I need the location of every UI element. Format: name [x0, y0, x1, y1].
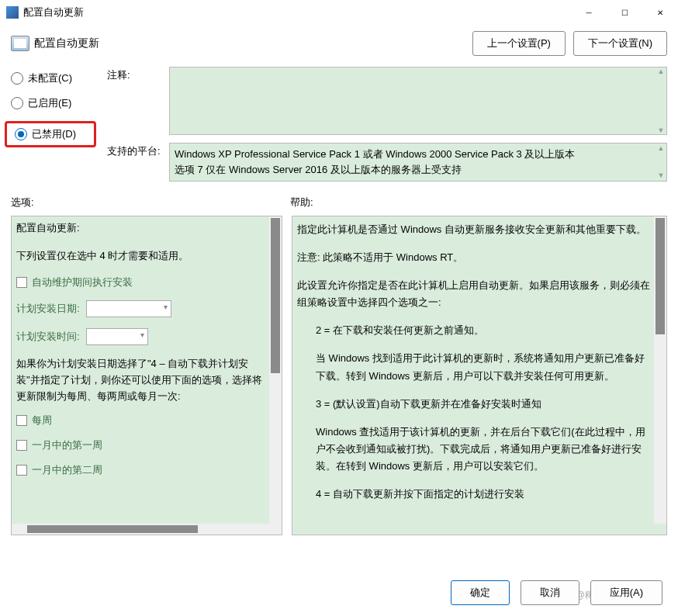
options-title: 配置自动更新: [16, 221, 268, 235]
scrollbar[interactable]: ▲▼ [656, 144, 666, 181]
scrollbar-horizontal[interactable] [12, 524, 282, 535]
apply-button[interactable]: 应用(A) [590, 580, 662, 605]
radio-not-configured[interactable]: 未配置(C) [11, 71, 96, 85]
platform-label: 支持的平台: [107, 143, 163, 182]
help-text: 当 Windows 找到适用于此计算机的更新时，系统将通知用户更新已准备好下载。… [297, 350, 652, 384]
close-button[interactable]: ✕ [642, 0, 678, 25]
checkbox-first-week[interactable]: 一月中的第一周 [16, 438, 268, 452]
checkbox-icon [16, 465, 27, 476]
radio-label: 未配置(C) [28, 71, 72, 85]
checkbox-icon [16, 440, 27, 451]
scrollbar-vertical[interactable] [269, 216, 282, 524]
radio-enabled[interactable]: 已启用(E) [11, 96, 96, 110]
help-label: 帮助: [290, 196, 313, 209]
radio-label: 已禁用(D) [32, 127, 76, 141]
checkbox-icon [16, 277, 27, 288]
checkbox-weekly[interactable]: 每周 [16, 414, 268, 427]
scrollbar-vertical[interactable] [654, 216, 666, 524]
options-panel: 配置自动更新: 下列设置仅在选中 4 时才需要和适用。 自动维护期间执行安装 计… [11, 216, 282, 535]
options-label: 选项: [11, 196, 290, 209]
comment-label: 注释: [107, 67, 163, 135]
help-text: 4 = 自动下载更新并按下面指定的计划进行安装 [297, 486, 652, 503]
minimize-button[interactable]: ─ [571, 0, 607, 25]
checkbox-icon [16, 415, 27, 426]
sched-date-select[interactable] [86, 300, 171, 317]
help-text: 指定此计算机是否通过 Windows 自动更新服务接收安全更新和其他重要下载。 [297, 221, 652, 238]
radio-disabled[interactable]: 已禁用(D) [15, 127, 86, 141]
checkbox-maintenance[interactable]: 自动维护期间执行安装 [16, 275, 268, 289]
comment-textarea[interactable]: ▲▼ [169, 67, 667, 135]
radio-label: 已启用(E) [28, 96, 71, 110]
help-panel: 指定此计算机是否通过 Windows 自动更新服务接收安全更新和其他重要下载。 … [292, 216, 667, 535]
checkbox-label: 一月中的第二周 [32, 463, 102, 477]
checkbox-label: 一月中的第一周 [32, 438, 102, 452]
sched-time-select[interactable] [86, 328, 148, 345]
sched-date-label: 计划安装日期: [16, 302, 80, 316]
platform-box: Windows XP Professional Service Pack 1 或… [169, 143, 667, 182]
maximize-button[interactable]: ☐ [607, 0, 642, 25]
checkbox-second-week[interactable]: 一月中的第二周 [16, 463, 268, 477]
policy-icon [11, 36, 29, 51]
highlight-annotation: 已禁用(D) [5, 121, 96, 147]
cancel-button[interactable]: 取消 [521, 580, 579, 605]
checkbox-label: 每周 [32, 414, 52, 427]
help-text: Windows 查找适用于该计算机的更新，并在后台下载它们(在此过程中，用户不会… [297, 424, 652, 475]
page-title: 配置自动更新 [34, 36, 472, 50]
help-text: 3 = (默认设置)自动下载更新并在准备好安装时通知 [297, 396, 652, 413]
radio-icon [11, 72, 23, 85]
scrollbar[interactable]: ▲▼ [656, 67, 666, 134]
checkbox-label: 自动维护期间执行安装 [32, 275, 133, 289]
next-setting-button[interactable]: 下一个设置(N) [573, 31, 667, 56]
platform-text: Windows XP Professional Service Pack 1 或… [175, 148, 575, 175]
radio-icon [11, 97, 23, 109]
app-icon [6, 6, 19, 19]
ok-button[interactable]: 确定 [451, 580, 510, 605]
help-text: 注意: 此策略不适用于 Windows RT。 [297, 249, 652, 266]
sched-time-label: 计划安装时间: [16, 330, 80, 344]
prev-setting-button[interactable]: 上一个设置(P) [472, 31, 566, 56]
options-paragraph: 如果你为计划安装日期选择了"4 – 自动下载并计划安装"并指定了计划，则你还可以… [16, 356, 268, 404]
window-title: 配置自动更新 [23, 5, 571, 19]
radio-icon [15, 128, 27, 140]
help-text: 2 = 在下载和安装任何更新之前通知。 [297, 322, 652, 339]
help-text: 此设置允许你指定是否在此计算机上启用自动更新。如果启用该服务，则必须在组策略设置… [297, 277, 652, 311]
options-note: 下列设置仅在选中 4 时才需要和适用。 [16, 249, 268, 263]
